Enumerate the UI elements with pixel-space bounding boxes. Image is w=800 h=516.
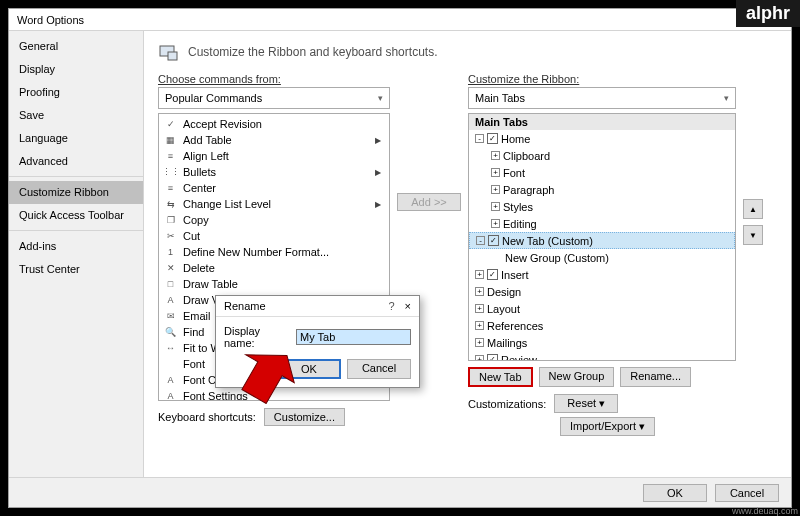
command-item[interactable]: 1Define New Number Format... [159,244,389,260]
nav-item-customize-ribbon[interactable]: Customize Ribbon [9,181,143,204]
red-arrow-annotation [237,346,297,404]
tree-header: Main Tabs [469,114,735,130]
command-icon: ⋮⋮ [163,166,178,179]
tree-toggle-icon[interactable]: + [491,168,500,177]
tree-toggle-icon[interactable]: + [475,270,484,279]
nav-item-advanced[interactable]: Advanced [9,150,143,173]
tree-node[interactable]: +Mailings [469,334,735,351]
tree-node[interactable]: +Paragraph [469,181,735,198]
tree-node[interactable]: -✓Home [469,130,735,147]
customize-ribbon-label: Customize the Ribbon: [468,73,736,85]
tree-node[interactable]: -✓New Tab (Custom) [469,232,735,249]
command-icon: A [163,390,178,402]
command-icon: 🔍 [163,326,178,339]
nav-item-proofing[interactable]: Proofing [9,81,143,104]
command-icon: ↔ [163,342,178,355]
command-item[interactable]: ✕Delete [159,260,389,276]
titlebar: Word Options ? × [9,9,791,31]
choose-commands-dropdown[interactable]: Popular Commands [158,87,390,109]
tree-node[interactable]: +Design [469,283,735,300]
tree-node[interactable]: +✓Review [469,351,735,361]
watermark: www.deuaq.com [732,506,798,516]
tree-toggle-icon[interactable]: + [475,304,484,313]
command-item[interactable]: ≡Align Left [159,148,389,164]
tree-checkbox[interactable]: ✓ [487,354,498,361]
command-icon: ≡ [163,150,178,163]
reset-button[interactable]: Reset ▾ [554,394,618,413]
page-header: Customize the Ribbon and keyboard shortc… [188,45,437,59]
command-icon: A [163,374,178,387]
command-item[interactable]: ❐Copy [159,212,389,228]
nav-item-general[interactable]: General [9,35,143,58]
word-options-window: Word Options ? × GeneralDisplayProofingS… [8,8,792,508]
main-panel: Customize the Ribbon and keyboard shortc… [144,31,791,477]
tree-node[interactable]: +Editing [469,215,735,232]
new-tab-button[interactable]: New Tab [468,367,533,387]
command-icon: ▦ [163,134,178,147]
tree-node[interactable]: +References [469,317,735,334]
customize-shortcuts-button[interactable]: Customize... [264,408,345,426]
customizations-label: Customizations: [468,398,546,410]
customize-ribbon-dropdown[interactable]: Main Tabs [468,87,736,109]
display-name-input[interactable] [296,329,411,345]
nav-item-add-ins[interactable]: Add-ins [9,235,143,258]
command-item[interactable]: □Draw Table [159,276,389,292]
tree-toggle-icon[interactable]: + [491,202,500,211]
command-item[interactable]: ✓Accept Revision [159,116,389,132]
move-down-button[interactable]: ▼ [743,225,763,245]
rename-cancel-button[interactable]: Cancel [347,359,411,379]
nav-item-save[interactable]: Save [9,104,143,127]
window-title: Word Options [17,14,84,26]
ribbon-tree[interactable]: Main Tabs -✓Home+Clipboard+Font+Paragrap… [468,113,736,361]
keyboard-shortcuts-label: Keyboard shortcuts: [158,411,256,423]
tree-toggle-icon[interactable]: + [491,185,500,194]
tree-checkbox[interactable]: ✓ [487,133,498,144]
tree-node[interactable]: +Font [469,164,735,181]
tree-toggle-icon[interactable]: + [475,338,484,347]
tree-toggle-icon[interactable]: - [476,236,485,245]
command-item[interactable]: ▦Add Table▶ [159,132,389,148]
command-item[interactable]: ✂Cut [159,228,389,244]
command-icon: ✕ [163,262,178,275]
rename-button[interactable]: Rename... [620,367,691,387]
brand-badge: alphr [736,0,800,27]
svg-marker-2 [237,346,297,404]
tree-toggle-icon[interactable]: + [475,287,484,296]
add-button[interactable]: Add >> [397,193,461,211]
ok-button[interactable]: OK [643,484,707,502]
command-icon: ✂ [163,230,178,243]
tree-checkbox[interactable]: ✓ [487,269,498,280]
nav-item-quick-access-toolbar[interactable]: Quick Access Toolbar [9,204,143,227]
command-item[interactable]: ⇆Change List Level▶ [159,196,389,212]
command-item[interactable]: ⋮⋮Bullets▶ [159,164,389,180]
close-icon[interactable]: × [405,300,411,312]
command-icon: ✉ [163,310,178,323]
move-up-button[interactable]: ▲ [743,199,763,219]
tree-toggle-icon[interactable]: + [475,321,484,330]
command-icon: 1 [163,246,178,259]
tree-toggle-icon[interactable]: + [475,355,484,361]
category-nav: GeneralDisplayProofingSaveLanguageAdvanc… [9,31,144,477]
command-icon [163,358,178,371]
cancel-button[interactable]: Cancel [715,484,779,502]
help-icon[interactable]: ? [388,300,394,312]
ribbon-settings-icon [158,41,180,63]
command-icon: ⇆ [163,198,178,211]
tree-node[interactable]: +Layout [469,300,735,317]
import-export-button[interactable]: Import/Export ▾ [560,417,655,436]
command-item[interactable]: ≡Center [159,180,389,196]
tree-toggle-icon[interactable]: + [491,151,500,160]
new-group-button[interactable]: New Group [539,367,615,387]
tree-checkbox[interactable]: ✓ [488,235,499,246]
tree-node[interactable]: +Clipboard [469,147,735,164]
dialog-footer: OK Cancel [9,477,791,507]
tree-toggle-icon[interactable]: - [475,134,484,143]
svg-rect-1 [168,52,177,60]
nav-item-language[interactable]: Language [9,127,143,150]
tree-node[interactable]: +Styles [469,198,735,215]
nav-item-trust-center[interactable]: Trust Center [9,258,143,281]
tree-node[interactable]: +✓Insert [469,266,735,283]
tree-node[interactable]: New Group (Custom) [469,249,735,266]
nav-item-display[interactable]: Display [9,58,143,81]
tree-toggle-icon[interactable]: + [491,219,500,228]
